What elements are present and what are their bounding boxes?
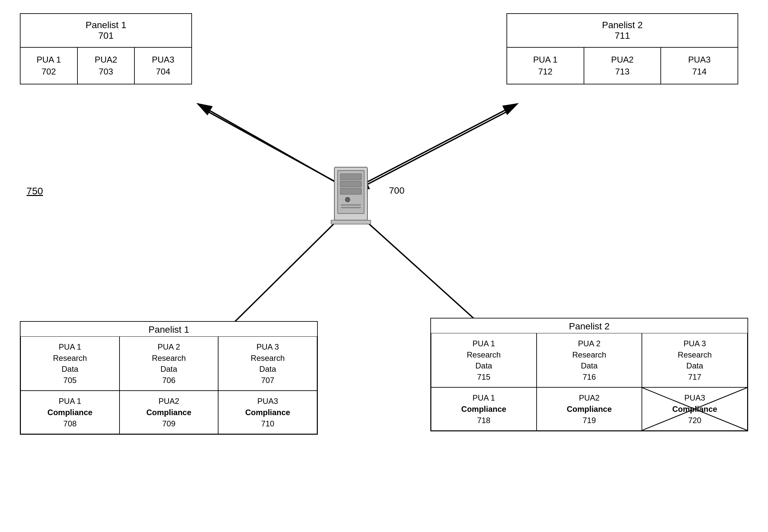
panelist1-bottom-title: Panelist 1 <box>21 322 317 336</box>
pua-cell-712: PUA 1712 <box>507 48 584 84</box>
panelist1-top-title: Panelist 1 <box>86 20 126 30</box>
research-cell-715: PUA 1ResearchData715 <box>431 333 537 387</box>
research-cell-716: PUA 2ResearchData716 <box>537 333 642 387</box>
server-svg <box>324 164 377 227</box>
svg-rect-11 <box>340 181 361 187</box>
panelist2-top-pua-row: PUA 1712 PUA2713 PUA3714 <box>507 48 738 84</box>
cross-svg <box>642 388 747 430</box>
panelist1-bottom-box: Panelist 1 PUA 1ResearchData705 PUA 2Res… <box>20 321 318 435</box>
research-cell-706: PUA 2ResearchData706 <box>120 336 218 391</box>
pua-cell-702: PUA 1702 <box>21 48 78 84</box>
panelist2-bottom-title: Panelist 2 <box>431 318 747 333</box>
research-cell-717: PUA 3ResearchData717 <box>642 333 747 387</box>
panelist2-top-id: 711 <box>615 30 630 41</box>
panelist1-top-pua-row: PUA 1702 PUA2703 PUA3704 <box>21 48 191 84</box>
server-icon <box>318 162 384 228</box>
compliance-cell-709: PUA2Compliance709 <box>120 391 218 434</box>
compliance-cell-719: PUA2Compliance719 <box>537 387 642 431</box>
research-cell-705: PUA 1ResearchData705 <box>21 336 120 391</box>
pua-cell-704: PUA3704 <box>135 48 191 84</box>
panelist2-research-row: PUA 1ResearchData715 PUA 2ResearchData71… <box>431 333 747 387</box>
panelist1-top-box: Panelist 1 701 PUA 1702 PUA2703 PUA3704 <box>20 13 192 84</box>
pua-cell-703: PUA2703 <box>78 48 135 84</box>
svg-rect-14 <box>341 204 361 206</box>
panelist2-bottom-box: Panelist 2 PUA 1ResearchData715 PUA 2Res… <box>430 318 748 431</box>
panelist1-top-header: Panelist 1 701 <box>21 14 191 48</box>
svg-line-18 <box>642 388 747 430</box>
svg-line-17 <box>642 388 747 430</box>
label-750: 750 <box>26 185 43 197</box>
panelist1-research-row: PUA 1ResearchData705 PUA 2ResearchData70… <box>21 336 317 391</box>
svg-point-13 <box>345 197 350 202</box>
compliance-cell-718: PUA 1Compliance718 <box>431 387 537 431</box>
compliance-cell-720: PUA3Compliance720 <box>642 387 747 431</box>
panelist1-top-id: 701 <box>98 30 114 41</box>
compliance-cell-710: PUA3Compliance710 <box>218 391 317 434</box>
panelist2-top-box: Panelist 2 711 PUA 1712 PUA2713 PUA3714 <box>506 13 738 84</box>
panelist1-compliance-row: PUA 1Compliance708 PUA2Compliance709 PUA… <box>21 391 317 434</box>
pua-cell-713: PUA2713 <box>584 48 661 84</box>
svg-rect-16 <box>331 220 371 224</box>
svg-rect-10 <box>340 174 361 180</box>
svg-rect-12 <box>340 188 361 194</box>
panelist2-top-header: Panelist 2 711 <box>507 14 738 48</box>
diagram: Panelist 1 701 PUA 1702 PUA2703 PUA3704 … <box>0 0 768 532</box>
pua-cell-714: PUA3714 <box>661 48 738 84</box>
compliance-cell-708: PUA 1Compliance708 <box>21 391 120 434</box>
research-cell-707: PUA 3ResearchData707 <box>218 336 317 391</box>
panelist2-compliance-row: PUA 1Compliance718 PUA2Compliance719 PUA… <box>431 387 747 431</box>
panelist2-top-title: Panelist 2 <box>602 20 643 30</box>
svg-rect-15 <box>341 207 361 208</box>
server-label-700: 700 <box>389 185 405 196</box>
